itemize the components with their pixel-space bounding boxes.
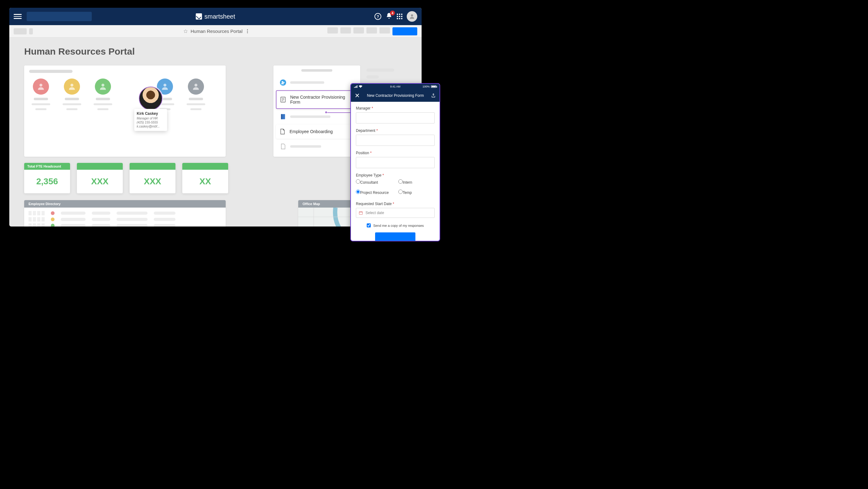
popover-email: k.caskey@mbf... (137, 124, 165, 128)
card-heading-placeholder (29, 70, 72, 73)
table-row[interactable] (24, 223, 226, 227)
kebab-menu[interactable] (247, 29, 248, 33)
document-icon (280, 143, 286, 150)
toolbar-button[interactable] (340, 27, 351, 33)
toolbar-placeholder (29, 28, 33, 34)
wifi-icon (359, 85, 362, 88)
field-label-position: Position * (356, 151, 435, 155)
notification-badge: 4 (390, 10, 395, 16)
calendar-icon (359, 211, 363, 215)
brand-text: smartsheet (205, 13, 235, 20)
share-icon[interactable] (431, 93, 436, 98)
date-placeholder: Select date (366, 211, 384, 215)
brand-icon (196, 13, 202, 20)
list-item-form[interactable]: New Contractor Provisioning Form (276, 90, 358, 109)
close-icon[interactable]: ✕ (354, 92, 360, 99)
list-item[interactable] (278, 140, 356, 153)
person-avatar[interactable] (60, 79, 84, 110)
phone-battery-text: 100% (423, 85, 430, 88)
signal-icon (354, 85, 358, 88)
phone-status-bar: 9:41 AM 100% (351, 84, 440, 89)
popover-avatar (139, 87, 162, 110)
person-popover: Kirk Caskey Manager of HR (425) 155-5555… (134, 87, 167, 131)
svg-point-2 (70, 84, 73, 87)
radio-option[interactable]: Project Resource (356, 190, 392, 195)
toolbar-placeholder (13, 28, 27, 34)
person-avatar[interactable] (91, 79, 115, 110)
metric-value: 2,356 (24, 170, 70, 193)
help-icon[interactable]: ? (374, 13, 381, 20)
people-circle-icon (280, 79, 286, 86)
toolbar-button[interactable] (366, 27, 377, 33)
list-item-onboarding[interactable]: Employee Onboarding (276, 124, 358, 139)
table-row[interactable] (24, 216, 226, 223)
toolbar-button[interactable] (328, 27, 338, 33)
document-icon (279, 128, 286, 135)
metric-card: XXX (130, 163, 176, 193)
toolbar-button[interactable] (353, 27, 364, 33)
radio-option[interactable]: Temp (398, 190, 435, 195)
popover-role: Manager of HR (137, 116, 165, 120)
employee-directory-card: Employee Directory (24, 200, 226, 227)
star-icon[interactable] (183, 29, 188, 34)
battery-icon (431, 85, 436, 88)
dashboard-title: Human Resources Portal (24, 46, 407, 57)
department-field[interactable] (356, 135, 435, 146)
phone-form-title: New Contractor Provisioning Form (360, 93, 431, 98)
popover-phone: (425) 155-5555 (137, 120, 165, 124)
metric-card: XXX (77, 163, 123, 193)
notebook-icon (280, 113, 286, 120)
list-item[interactable] (278, 76, 356, 89)
search-input[interactable] (27, 12, 92, 21)
metric-label (130, 163, 176, 170)
metric-label (182, 163, 228, 170)
connector-dot (325, 111, 328, 114)
person-avatar[interactable] (29, 79, 53, 110)
phone-time: 9:41 AM (390, 85, 400, 88)
toolbar-button[interactable] (379, 27, 390, 33)
start-date-field[interactable]: Select date (356, 208, 435, 218)
links-card: New Contractor Provisioning Form Employe… (273, 65, 360, 157)
form-icon (280, 96, 286, 103)
metric-value: XXX (130, 170, 176, 193)
radio-option[interactable]: Consultant (356, 179, 392, 184)
svg-rect-15 (281, 114, 282, 119)
metric-card: Total FTE Headcount2,356 (24, 163, 70, 193)
metric-label (77, 163, 123, 170)
svg-point-8 (281, 81, 283, 83)
page-title: Human Resources Portal (191, 29, 243, 34)
svg-point-5 (163, 84, 166, 87)
primary-action-button[interactable] (393, 27, 417, 35)
copy-checkbox[interactable] (367, 223, 371, 227)
manager-field[interactable] (356, 112, 435, 123)
brand-logo: smartsheet (196, 13, 235, 20)
section-header: Employee Directory (24, 200, 226, 208)
metric-label: Total FTE Headcount (24, 163, 70, 170)
svg-point-0 (411, 14, 413, 17)
mobile-preview: 9:41 AM 100% ✕ New Contractor Provisioni… (350, 83, 440, 241)
breadcrumb: Human Resources Portal (183, 29, 248, 34)
list-item-label: New Contractor Provisioning Form (290, 95, 354, 105)
field-label-manager: Manager * (356, 106, 435, 111)
apps-icon[interactable] (397, 13, 402, 19)
svg-point-9 (283, 82, 285, 83)
radio-option[interactable]: Intern (398, 179, 435, 184)
field-label-department: Department * (356, 128, 435, 133)
copy-label[interactable]: Send me a copy of my responses (373, 224, 424, 227)
svg-rect-22 (359, 211, 363, 214)
people-card (24, 65, 226, 157)
svg-point-1 (39, 84, 42, 87)
menu-button[interactable] (13, 12, 22, 21)
field-label-start-date: Requested Start Date * (356, 202, 435, 206)
person-avatar[interactable] (184, 79, 208, 110)
user-avatar[interactable] (407, 11, 417, 22)
notifications-button[interactable]: 4 (385, 12, 393, 21)
table-row[interactable] (24, 210, 226, 216)
popover-name: Kirk Caskey (137, 111, 165, 116)
field-label-employee-type: Employee Type * (356, 173, 435, 177)
submit-button[interactable] (375, 232, 415, 241)
list-item-label: Employee Onboarding (289, 129, 333, 134)
metric-value: XX (182, 170, 228, 193)
position-field[interactable] (356, 157, 435, 168)
svg-point-3 (101, 84, 104, 87)
